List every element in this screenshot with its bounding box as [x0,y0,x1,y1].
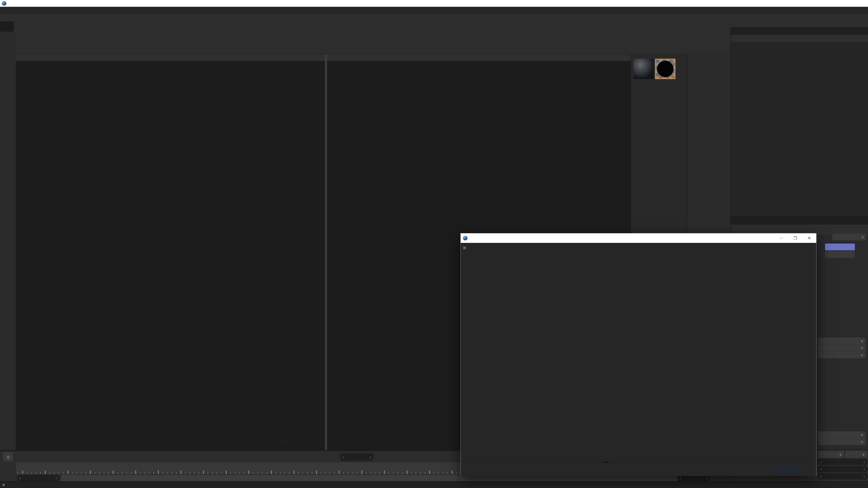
renderview-logo-icon [463,236,467,240]
viewport2-label [329,62,333,63]
coord-mode-dropdown[interactable]: ∨ [817,451,844,458]
statusbar-menu-icon[interactable]: ≡ [2,482,5,488]
coord-field[interactable]: ‹› [817,466,868,472]
object-manager-menubar [731,35,868,42]
renderview-toolbar [461,256,816,269]
render-image [461,269,816,462]
attribute-dropdown[interactable]: ∨ [818,438,866,445]
object-manager-tabs [731,27,868,35]
material-thumbnail[interactable] [633,59,654,79]
preset-dropdown[interactable]: ∨ [832,234,866,240]
viewport1-label [18,62,21,63]
coord-size-dropdown[interactable]: ∨ [845,451,867,458]
statusbar: ≡ [0,481,868,488]
viewport-splitter[interactable] [325,54,327,450]
cinema4d-app: { "colors":{"accent":"#6974c4","selectio… [0,0,868,488]
attribute-manager-menubar [731,225,868,232]
document-tabbar [0,7,868,14]
rv-close-button[interactable]: ✕ [802,236,816,240]
coord-field[interactable]: ‹› [817,473,868,480]
rv-minimize-button[interactable]: – [774,236,788,240]
viewport-1[interactable] [16,54,325,450]
material-item[interactable] [655,59,675,80]
viewport1-menubar [16,54,325,61]
attribute-dropdown[interactable]: ∨ [818,352,866,358]
attribute-dropdown[interactable]: ∨ [818,431,866,438]
object-manager-list [731,42,868,217]
window-titlebar[interactable] [0,0,868,7]
left-tool-palette [0,32,16,450]
progress-percent [773,467,803,472]
coord-field[interactable]: ‹› [817,459,868,465]
viewport2-menubar [327,54,631,61]
material-thumbnail-selected[interactable] [655,59,675,79]
rv-maximize-button[interactable]: ❐ [788,236,802,240]
main-menubar [0,14,868,22]
general-tab-button[interactable] [825,243,855,250]
rv-menu-icon[interactable]: ≡ [463,245,466,251]
material-toolbar [631,54,687,59]
progress-bar [773,467,803,472]
c4d-logo-icon [2,1,6,6]
add-keyframe-button[interactable]: ◇ [3,452,13,461]
attribute-dropdown[interactable]: ∨ [818,337,866,344]
redshift-renderview-window[interactable]: –❐✕ ≡ [460,233,816,476]
illumination-tab-button[interactable] [825,251,855,258]
renderview-menubar [461,250,816,256]
material-item[interactable] [633,59,654,80]
attribute-dropdown[interactable]: ∨ [818,345,866,351]
renderview-titlebar[interactable]: –❐✕ [461,233,816,243]
range-start-field[interactable]: ‹› [17,475,60,481]
viewport1-canvas[interactable] [16,61,325,450]
maximize-button[interactable] [841,0,855,7]
close-button[interactable] [855,0,868,7]
renderview-statusbar [461,462,816,476]
current-frame-field[interactable]: ‹› [340,453,374,461]
attribute-manager-tabs [731,217,868,225]
grid-spacing-chip [280,441,286,442]
minimize-button[interactable] [827,0,841,7]
